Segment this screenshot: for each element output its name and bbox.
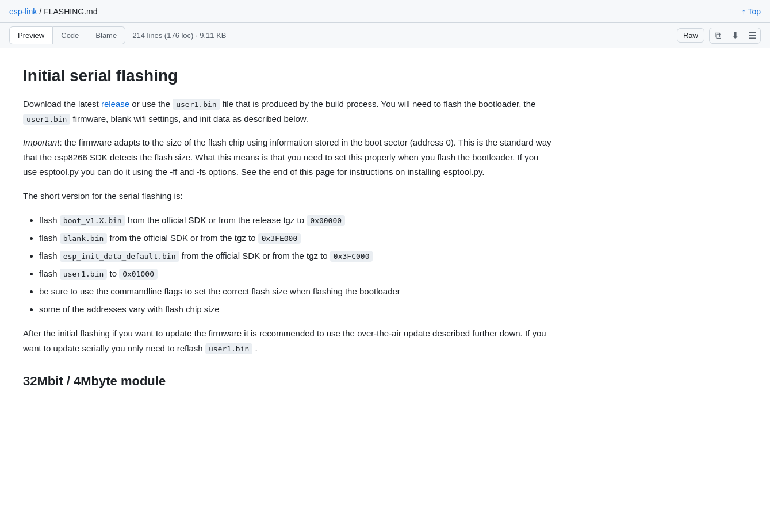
- raw-button[interactable]: Raw: [677, 28, 704, 43]
- document-content: Initial serial flashing Download the lat…: [0, 48, 575, 414]
- top-bar: esp-link / FLASHING.md ↑ Top: [0, 0, 770, 23]
- breadcrumb-repo-link[interactable]: esp-link: [9, 7, 37, 16]
- p4-end: .: [252, 343, 257, 353]
- tab-code[interactable]: Code: [53, 26, 87, 45]
- p4-text: After the initial flashing if you want t…: [23, 328, 546, 353]
- file-tabs-area: Preview Code Blame 214 lines (176 loc) ·…: [9, 26, 227, 45]
- download-icon: ⬇: [731, 30, 739, 41]
- release-link[interactable]: release: [101, 99, 129, 109]
- bullet-text-only: some of the addresses vary with flash ch…: [39, 304, 219, 314]
- breadcrumb: esp-link / FLASHING.md: [9, 7, 98, 16]
- p1-text-prefix: Download the latest: [23, 99, 101, 109]
- p2-em: Important: [23, 137, 59, 147]
- bullet-code: user1.bin: [60, 269, 107, 280]
- bullet-text-before: flash: [39, 251, 60, 261]
- p1-text-end: firmware, blank wifi settings, and init …: [70, 114, 308, 124]
- tab-preview[interactable]: Preview: [9, 26, 53, 45]
- p1-text-mid: or use the: [129, 99, 173, 109]
- list-item: flash user1.bin to 0x01000: [39, 266, 552, 281]
- list-item: be sure to use the commandline flags to …: [39, 284, 552, 299]
- file-action-group: ⧉ ⬇ ☰: [709, 28, 761, 44]
- top-link[interactable]: ↑ Top: [742, 7, 761, 16]
- p4-code: user1.bin: [205, 343, 252, 354]
- bullet-code2: 0x3FE000: [258, 233, 301, 244]
- bullet-code2: 0x01000: [119, 269, 158, 280]
- bullet-code2: 0x3FC000: [330, 251, 373, 262]
- bullet-text-only: be sure to use the commandline flags to …: [39, 286, 400, 296]
- paragraph-4: After the initial flashing if you want t…: [23, 326, 552, 355]
- bullet-text-mid: from the official SDK or from the tgz to: [179, 251, 330, 261]
- list-item: flash boot_v1.X.bin from the official SD…: [39, 212, 552, 228]
- list-item: flash blank.bin from the official SDK or…: [39, 230, 552, 246]
- bullet-text-before: flash: [39, 215, 60, 225]
- bullet-code: boot_v1.X.bin: [60, 215, 125, 226]
- breadcrumb-separator: /: [39, 7, 41, 16]
- paragraph-2: Important: the firmware adapts to the si…: [23, 135, 552, 179]
- bullet-text-before: flash: [39, 233, 60, 243]
- p1-code2: user1.bin: [23, 114, 70, 125]
- section-2-title: 32Mbit / 4Mbyte module: [23, 374, 552, 389]
- bullet-list: flash boot_v1.X.bin from the official SD…: [39, 212, 552, 317]
- bullet-code: esp_init_data_default.bin: [60, 251, 179, 262]
- outline-icon: ☰: [748, 30, 756, 41]
- p2-rest: : the firmware adapts to the size of the…: [23, 137, 551, 177]
- paragraph-3: The short version for the serial flashin…: [23, 189, 552, 204]
- bullet-code2: 0x00000: [307, 215, 345, 226]
- file-header: Preview Code Blame 214 lines (176 loc) ·…: [0, 23, 770, 48]
- tab-blame[interactable]: Blame: [87, 26, 125, 45]
- bullet-code: blank.bin: [60, 233, 107, 244]
- list-item: flash esp_init_data_default.bin from the…: [39, 248, 552, 263]
- download-button[interactable]: ⬇: [726, 28, 744, 44]
- breadcrumb-file: FLASHING.md: [44, 7, 97, 16]
- copy-button[interactable]: ⧉: [709, 28, 726, 44]
- bullet-text-mid: to: [107, 269, 119, 278]
- copy-icon: ⧉: [715, 30, 721, 41]
- doc-title: Initial serial flashing: [23, 67, 552, 85]
- paragraph-1: Download the latest release or use the u…: [23, 97, 552, 126]
- p1-text-suffix: file that is produced by the build proce…: [220, 99, 536, 109]
- file-tabs: Preview Code Blame: [9, 26, 125, 45]
- list-item: some of the addresses vary with flash ch…: [39, 301, 552, 317]
- bullet-text-mid: from the official SDK or from the tgz to: [107, 233, 258, 243]
- file-meta: 214 lines (176 loc) · 9.11 KB: [132, 31, 226, 40]
- file-actions: Raw ⧉ ⬇ ☰: [677, 28, 761, 44]
- bullet-text-before: flash: [39, 269, 60, 278]
- p1-code1: user1.bin: [173, 99, 220, 110]
- outline-button[interactable]: ☰: [744, 28, 761, 44]
- bullet-text-mid: from the official SDK or from the releas…: [125, 215, 307, 225]
